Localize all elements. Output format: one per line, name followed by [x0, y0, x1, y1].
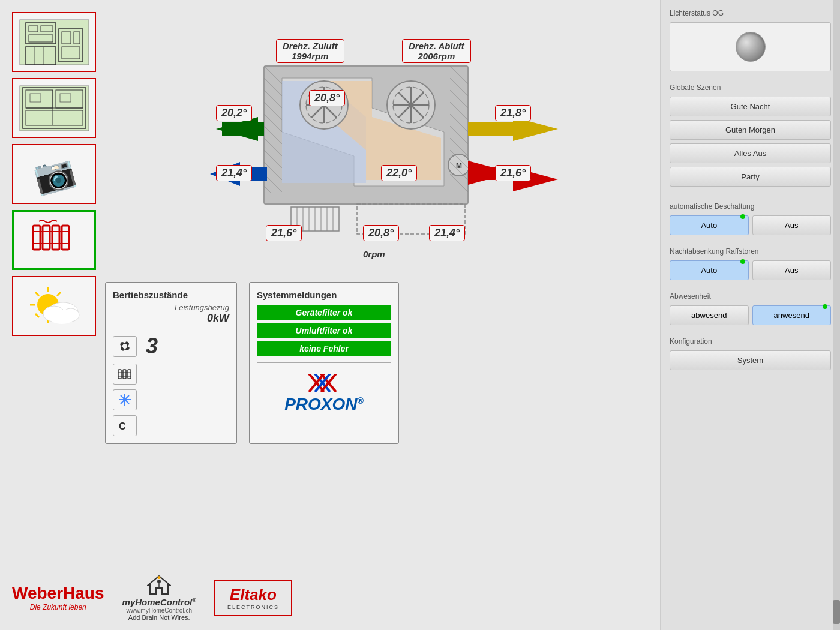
raffstoren-auto-btn[interactable]: Auto	[670, 260, 749, 280]
svg-rect-22	[43, 226, 50, 250]
weberhaus-sub: Die Zukunft leben	[30, 603, 86, 611]
eltako-logo: Eltako ELECTRONICS	[214, 580, 292, 616]
footer: WeberHaus Die Zukunft leben myHomeContro…	[12, 574, 292, 621]
heating-icon2	[113, 364, 137, 385]
raffstoren-title: Nachtabsenkung Raffstoren	[670, 247, 831, 256]
temp-outside: 20,2°	[216, 105, 252, 121]
abwesenheit-toggle: abwesend anwesend	[670, 305, 831, 325]
anwesend-indicator	[823, 304, 827, 309]
leistung-value: 0kW	[113, 312, 229, 325]
raffstoren-aus-btn[interactable]: Aus	[752, 260, 832, 280]
beschattung-auto-indicator	[740, 214, 745, 219]
nav-item-weather[interactable]	[12, 276, 96, 336]
temp-bottom-mid2: 21,4°	[429, 225, 465, 241]
betrieb-box: Bertiebszustände Leistungsbezug 0kW 3	[105, 282, 237, 444]
myhome-tag: Add Brain Not Wires.	[128, 614, 190, 621]
scene-gute-nacht[interactable]: Gute Nacht	[670, 97, 831, 116]
svg-rect-100	[123, 370, 126, 379]
temp-bottom-mid1: 20,8°	[363, 225, 399, 241]
svg-line-32	[35, 292, 39, 296]
svg-text:C: C	[119, 421, 126, 431]
raffstoren-auto-indicator	[740, 259, 745, 264]
scene-guten-morgen[interactable]: Guten Morgen	[670, 120, 831, 140]
sys-msg-2: Umluftfilter ok	[257, 323, 391, 338]
right-panel: Lichterstatus OG Globale Szenen Gute Nac…	[660, 0, 840, 630]
bottom-rpm: 0rpm	[363, 249, 385, 259]
beschattung-auto-btn[interactable]: Auto	[670, 215, 749, 235]
abwesenheit-section: Abwesenheit abwesend anwesend	[670, 292, 831, 325]
anwesend-btn[interactable]: anwesend	[752, 305, 832, 325]
temp-extract-room: 22,0°	[381, 165, 417, 181]
left-nav: 📷	[12, 12, 99, 336]
temp-supply-in: 20,8°	[309, 90, 345, 106]
szenen-section: Globale Szenen Gute Nacht Guten Morgen A…	[670, 83, 831, 190]
fan-icon	[113, 336, 137, 357]
nav-item-floorplan1[interactable]	[12, 12, 96, 72]
temp-exhaust-out: 21,6°	[495, 165, 531, 181]
svg-rect-101	[128, 370, 131, 379]
myhome-logo: myHomeControl® www.myHomeControl.ch Add …	[122, 574, 196, 621]
sys-msg-1: Gerätefilter ok	[257, 305, 391, 320]
system-box: Systemmeldungen Gerätefilter ok Umluftfi…	[249, 282, 399, 444]
sys-title: Systemmeldungen	[257, 290, 391, 300]
weberhaus-text: WeberHaus	[12, 584, 104, 603]
temp-exhaust-in: 21,4°	[216, 165, 252, 181]
camera-icon: 📷	[29, 150, 79, 199]
svg-line-35	[35, 314, 39, 317]
myhome-url: www.myHomeControl.ch	[126, 607, 191, 614]
svg-rect-99	[118, 370, 121, 379]
eltako-sub: ELECTRONICS	[227, 604, 279, 610]
konfiguration-title: Konfiguration	[670, 337, 831, 346]
abwesenheit-title: Abwesenheit	[670, 292, 831, 301]
nav-item-floorplan2[interactable]	[12, 78, 96, 138]
svg-line-34	[57, 292, 61, 296]
svg-rect-21	[33, 226, 40, 250]
svg-point-108	[123, 398, 127, 401]
raffstoren-section: Nachtabsenkung Raffstoren Auto Aus	[670, 247, 831, 280]
svg-point-39	[49, 310, 75, 324]
leistung-label: Leistungsbezug	[113, 303, 229, 312]
sys-msg-3: keine Fehler	[257, 341, 391, 356]
temp-supply-out: 21,8°	[495, 105, 531, 121]
licht-section: Lichterstatus OG	[670, 9, 831, 71]
scrollbar[interactable]	[833, 0, 840, 630]
nav-item-camera[interactable]: 📷	[12, 144, 96, 204]
eltako-text: Eltako	[230, 586, 277, 604]
abwesend-btn[interactable]: abwesend	[670, 305, 749, 325]
beschattung-section: automatische Beschattung Auto Aus	[670, 202, 831, 235]
heating-icon	[30, 217, 78, 264]
licht-title: Lichterstatus OG	[670, 9, 831, 17]
svg-rect-24	[62, 226, 69, 250]
svg-rect-23	[52, 226, 59, 250]
temp-bottom-left: 21,6°	[266, 225, 302, 241]
scrollbar-thumb[interactable]	[833, 600, 840, 624]
nav-item-heating[interactable]	[12, 210, 96, 270]
cooling-icon	[113, 389, 137, 410]
circulation-icon: C	[113, 415, 137, 436]
myhome-text: myHomeControl®	[122, 597, 196, 607]
beschattung-toggle: Auto Aus	[670, 215, 831, 235]
scene-party[interactable]: Party	[670, 167, 831, 187]
scene-alles-aus[interactable]: Alles Aus	[670, 143, 831, 163]
svg-rect-80	[222, 122, 264, 136]
bottom-panels: Bertiebszustände Leistungsbezug 0kW 3	[105, 282, 579, 444]
svg-rect-82	[468, 122, 516, 136]
licht-indicator	[736, 32, 766, 62]
hvac-diagram: M	[105, 12, 561, 276]
beschattung-title: automatische Beschattung	[670, 202, 831, 211]
szenen-title: Globale Szenen	[670, 83, 831, 92]
svg-point-117	[157, 580, 161, 583]
system-btn[interactable]: System	[670, 350, 831, 370]
weberhaus-logo: WeberHaus Die Zukunft leben	[12, 584, 104, 611]
stufe-value: 3	[146, 334, 158, 359]
proxon-logo: PROXON®	[257, 362, 391, 425]
konfiguration-section: Konfiguration System	[670, 337, 831, 370]
raffstoren-toggle: Auto Aus	[670, 260, 831, 280]
betrieb-title: Bertiebszustände	[113, 290, 229, 300]
beschattung-aus-btn[interactable]: Aus	[752, 215, 832, 235]
